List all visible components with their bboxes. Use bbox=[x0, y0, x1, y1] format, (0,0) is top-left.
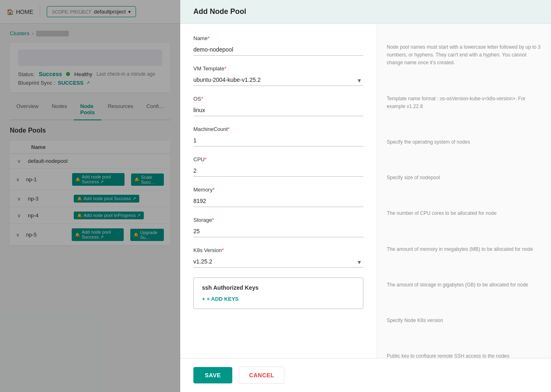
dialog-title: Add Node Pool bbox=[193, 7, 246, 16]
help-k8s-version-text: Specify Node K8s version bbox=[387, 309, 541, 324]
ssh-section: ssh Authorized Keys + + ADD KEYS bbox=[193, 277, 363, 309]
plus-icon: + bbox=[202, 296, 205, 302]
dialog-header: Add Node Pool bbox=[180, 0, 551, 24]
save-button[interactable]: SAVE bbox=[193, 367, 232, 383]
dialog-footer: SAVE CANCEL bbox=[180, 358, 551, 392]
machine-count-label: MachineCount* bbox=[193, 126, 363, 132]
add-node-pool-dialog: Add Node Pool Name* VM Template* ubuntu-… bbox=[180, 0, 551, 392]
help-k8s-version: Specify Node K8s version bbox=[387, 309, 541, 324]
name-input[interactable] bbox=[193, 44, 363, 56]
storage-input[interactable] bbox=[193, 225, 363, 237]
cpu-field-group: CPU* bbox=[193, 156, 363, 177]
name-label: Name* bbox=[193, 35, 363, 41]
k8s-version-label: K8s Version* bbox=[193, 247, 363, 253]
vm-template-label: VM Template* bbox=[193, 65, 363, 72]
os-label: OS* bbox=[193, 96, 363, 102]
dialog-body: Name* VM Template* ubuntu-2004-kube-v1.2… bbox=[180, 24, 551, 358]
form-area: Name* VM Template* ubuntu-2004-kube-v1.2… bbox=[180, 24, 377, 358]
add-keys-button[interactable]: + + ADD KEYS bbox=[202, 296, 239, 302]
machine-count-input[interactable] bbox=[193, 135, 363, 146]
help-ssh: Public key to configure remote SSH acces… bbox=[387, 344, 541, 358]
cpu-label: CPU* bbox=[193, 156, 363, 162]
cancel-button[interactable]: CANCEL bbox=[239, 367, 284, 384]
k8s-version-field-group: K8s Version* v1.25.2 ▾ bbox=[193, 247, 363, 268]
help-memory-text: The amount of memory in megabytes (MB) t… bbox=[387, 237, 541, 253]
help-area: Node pool names must start with a lowerc… bbox=[377, 24, 551, 358]
vm-template-select-wrap: ubuntu-2004-kube-v1.25.2 ▾ bbox=[193, 74, 363, 86]
help-name-text: Node pool names must start with a lowerc… bbox=[387, 35, 541, 67]
cpu-input[interactable] bbox=[193, 165, 363, 177]
memory-field-group: Memory* bbox=[193, 187, 363, 207]
os-field-group: OS* bbox=[193, 96, 363, 116]
help-cpu-text: The number of CPU cores to be allocated … bbox=[387, 201, 541, 217]
help-storage-text: The amount of storage in gigabytes (GB) … bbox=[387, 273, 541, 289]
memory-label: Memory* bbox=[193, 187, 363, 193]
help-os-text: Specify the operating system of nodes bbox=[387, 130, 541, 146]
os-input[interactable] bbox=[193, 104, 363, 116]
help-ssh-text: Public key to configure remote SSH acces… bbox=[387, 344, 541, 358]
k8s-version-select-wrap: v1.25.2 ▾ bbox=[193, 256, 363, 268]
help-machine-count-text: Specify size of nodepool bbox=[387, 166, 541, 182]
help-machine-count: Specify size of nodepool bbox=[387, 166, 541, 182]
vm-template-field-group: VM Template* ubuntu-2004-kube-v1.25.2 ▾ bbox=[193, 65, 363, 86]
help-memory: The amount of memory in megabytes (MB) t… bbox=[387, 237, 541, 253]
help-cpu: The number of CPU cores to be allocated … bbox=[387, 201, 541, 217]
help-storage: The amount of storage in gigabytes (GB) … bbox=[387, 273, 541, 289]
machine-count-field-group: MachineCount* bbox=[193, 126, 363, 146]
ssh-title: ssh Authorized Keys bbox=[202, 284, 355, 291]
vm-template-select[interactable]: ubuntu-2004-kube-v1.25.2 bbox=[193, 74, 363, 86]
storage-field-group: Storage* bbox=[193, 217, 363, 237]
help-vm-template-text: Template name format : os-osVersion-kube… bbox=[387, 87, 541, 110]
help-os: Specify the operating system of nodes bbox=[387, 130, 541, 146]
help-name: Node pool names must start with a lowerc… bbox=[387, 35, 541, 67]
memory-input[interactable] bbox=[193, 195, 363, 207]
storage-label: Storage* bbox=[193, 217, 363, 223]
k8s-version-select[interactable]: v1.25.2 bbox=[193, 256, 363, 268]
help-vm-template: Template name format : os-osVersion-kube… bbox=[387, 87, 541, 110]
name-field-group: Name* bbox=[193, 35, 363, 56]
